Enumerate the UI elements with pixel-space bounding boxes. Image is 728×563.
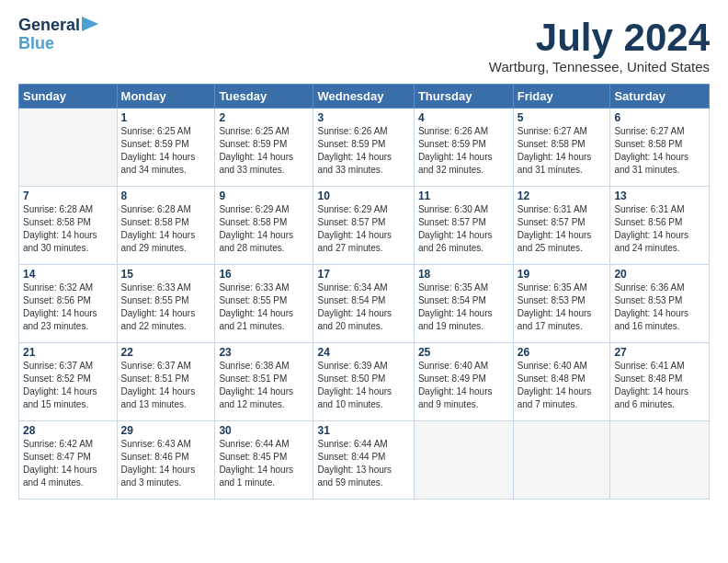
calendar-cell: 31Sunrise: 6:44 AM Sunset: 8:44 PM Dayli… xyxy=(313,421,414,500)
title-block: July 2024 Wartburg, Tennessee, United St… xyxy=(489,17,710,75)
day-info: Sunrise: 6:37 AM Sunset: 8:52 PM Dayligh… xyxy=(23,360,113,411)
day-info: Sunrise: 6:33 AM Sunset: 8:55 PM Dayligh… xyxy=(219,282,309,333)
day-number: 4 xyxy=(418,111,509,124)
day-number: 9 xyxy=(219,190,309,202)
week-row-3: 14Sunrise: 6:32 AM Sunset: 8:56 PM Dayli… xyxy=(19,265,710,343)
calendar-cell: 1Sunrise: 6:25 AM Sunset: 8:59 PM Daylig… xyxy=(117,109,215,187)
calendar-cell: 27Sunrise: 6:41 AM Sunset: 8:48 PM Dayli… xyxy=(610,343,710,421)
day-number: 6 xyxy=(614,111,705,124)
col-header-friday: Friday xyxy=(513,85,610,109)
day-info: Sunrise: 6:39 AM Sunset: 8:50 PM Dayligh… xyxy=(317,360,409,411)
calendar-cell: 7Sunrise: 6:28 AM Sunset: 8:58 PM Daylig… xyxy=(19,187,118,265)
col-header-tuesday: Tuesday xyxy=(215,85,313,109)
calendar-header-row: SundayMondayTuesdayWednesdayThursdayFrid… xyxy=(19,85,710,109)
day-number: 17 xyxy=(317,268,409,281)
col-header-sunday: Sunday xyxy=(19,85,118,109)
col-header-monday: Monday xyxy=(117,85,215,109)
day-info: Sunrise: 6:31 AM Sunset: 8:56 PM Dayligh… xyxy=(614,203,705,255)
day-info: Sunrise: 6:42 AM Sunset: 8:47 PM Dayligh… xyxy=(23,438,113,489)
calendar-cell: 20Sunrise: 6:36 AM Sunset: 8:53 PM Dayli… xyxy=(610,265,710,343)
calendar-cell: 3Sunrise: 6:26 AM Sunset: 8:59 PM Daylig… xyxy=(313,109,414,187)
calendar-cell: 12Sunrise: 6:31 AM Sunset: 8:57 PM Dayli… xyxy=(513,187,610,265)
day-info: Sunrise: 6:30 AM Sunset: 8:57 PM Dayligh… xyxy=(418,203,509,255)
day-number: 29 xyxy=(121,424,211,437)
calendar-cell: 21Sunrise: 6:37 AM Sunset: 8:52 PM Dayli… xyxy=(19,343,118,421)
location: Wartburg, Tennessee, United States xyxy=(489,59,710,75)
calendar-cell: 10Sunrise: 6:29 AM Sunset: 8:57 PM Dayli… xyxy=(313,187,414,265)
day-number: 11 xyxy=(418,190,509,202)
day-info: Sunrise: 6:25 AM Sunset: 8:59 PM Dayligh… xyxy=(121,125,211,177)
calendar-table: SundayMondayTuesdayWednesdayThursdayFrid… xyxy=(18,84,710,500)
day-number: 8 xyxy=(121,190,211,202)
day-number: 10 xyxy=(317,190,409,202)
calendar-cell: 22Sunrise: 6:37 AM Sunset: 8:51 PM Dayli… xyxy=(117,343,215,421)
calendar-cell: 11Sunrise: 6:30 AM Sunset: 8:57 PM Dayli… xyxy=(414,187,513,265)
day-number: 19 xyxy=(518,268,607,281)
calendar-cell: 30Sunrise: 6:44 AM Sunset: 8:45 PM Dayli… xyxy=(215,421,313,500)
calendar-cell: 26Sunrise: 6:40 AM Sunset: 8:48 PM Dayli… xyxy=(513,343,610,421)
day-info: Sunrise: 6:25 AM Sunset: 8:59 PM Dayligh… xyxy=(219,125,309,177)
day-number: 25 xyxy=(418,346,509,359)
col-header-thursday: Thursday xyxy=(414,85,513,109)
day-number: 13 xyxy=(614,190,705,202)
day-number: 16 xyxy=(219,268,309,281)
week-row-2: 7Sunrise: 6:28 AM Sunset: 8:58 PM Daylig… xyxy=(19,187,710,265)
logo-text: General xyxy=(18,17,80,35)
week-row-5: 28Sunrise: 6:42 AM Sunset: 8:47 PM Dayli… xyxy=(19,421,710,500)
day-number: 27 xyxy=(614,346,705,359)
calendar-cell xyxy=(414,421,513,500)
day-number: 24 xyxy=(317,346,409,359)
calendar-cell: 15Sunrise: 6:33 AM Sunset: 8:55 PM Dayli… xyxy=(117,265,215,343)
calendar-cell: 13Sunrise: 6:31 AM Sunset: 8:56 PM Dayli… xyxy=(610,187,710,265)
week-row-1: 1Sunrise: 6:25 AM Sunset: 8:59 PM Daylig… xyxy=(19,109,710,187)
calendar-cell: 18Sunrise: 6:35 AM Sunset: 8:54 PM Dayli… xyxy=(414,265,513,343)
day-info: Sunrise: 6:38 AM Sunset: 8:51 PM Dayligh… xyxy=(219,360,309,411)
logo: General Blue xyxy=(18,17,98,53)
day-number: 21 xyxy=(23,346,113,359)
day-number: 23 xyxy=(219,346,309,359)
day-info: Sunrise: 6:27 AM Sunset: 8:58 PM Dayligh… xyxy=(614,125,705,177)
day-info: Sunrise: 6:44 AM Sunset: 8:45 PM Dayligh… xyxy=(219,438,309,489)
svg-marker-0 xyxy=(82,17,98,31)
day-info: Sunrise: 6:34 AM Sunset: 8:54 PM Dayligh… xyxy=(317,282,409,333)
calendar-cell: 8Sunrise: 6:28 AM Sunset: 8:58 PM Daylig… xyxy=(117,187,215,265)
day-info: Sunrise: 6:32 AM Sunset: 8:56 PM Dayligh… xyxy=(23,282,113,333)
header: General Blue July 2024 Wartburg, Tenness… xyxy=(18,17,710,75)
day-info: Sunrise: 6:33 AM Sunset: 8:55 PM Dayligh… xyxy=(121,282,211,333)
calendar-cell xyxy=(610,421,710,500)
month-title: July 2024 xyxy=(489,17,710,59)
day-number: 18 xyxy=(418,268,509,281)
day-info: Sunrise: 6:36 AM Sunset: 8:53 PM Dayligh… xyxy=(614,282,705,333)
day-info: Sunrise: 6:29 AM Sunset: 8:58 PM Dayligh… xyxy=(219,203,309,255)
day-number: 2 xyxy=(219,111,309,124)
calendar-cell xyxy=(513,421,610,500)
day-number: 1 xyxy=(121,111,211,124)
day-info: Sunrise: 6:31 AM Sunset: 8:57 PM Dayligh… xyxy=(518,203,607,255)
calendar-cell: 17Sunrise: 6:34 AM Sunset: 8:54 PM Dayli… xyxy=(313,265,414,343)
calendar-cell: 29Sunrise: 6:43 AM Sunset: 8:46 PM Dayli… xyxy=(117,421,215,500)
logo-blue-text: Blue xyxy=(18,35,54,53)
day-info: Sunrise: 6:35 AM Sunset: 8:53 PM Dayligh… xyxy=(518,282,607,333)
calendar-cell: 24Sunrise: 6:39 AM Sunset: 8:50 PM Dayli… xyxy=(313,343,414,421)
day-info: Sunrise: 6:28 AM Sunset: 8:58 PM Dayligh… xyxy=(23,203,113,255)
calendar-cell: 6Sunrise: 6:27 AM Sunset: 8:58 PM Daylig… xyxy=(610,109,710,187)
day-info: Sunrise: 6:35 AM Sunset: 8:54 PM Dayligh… xyxy=(418,282,509,333)
calendar-cell: 23Sunrise: 6:38 AM Sunset: 8:51 PM Dayli… xyxy=(215,343,313,421)
day-number: 7 xyxy=(23,190,113,202)
calendar-cell: 19Sunrise: 6:35 AM Sunset: 8:53 PM Dayli… xyxy=(513,265,610,343)
page: General Blue July 2024 Wartburg, Tenness… xyxy=(0,0,728,509)
day-info: Sunrise: 6:44 AM Sunset: 8:44 PM Dayligh… xyxy=(317,438,409,489)
calendar-cell: 9Sunrise: 6:29 AM Sunset: 8:58 PM Daylig… xyxy=(215,187,313,265)
day-number: 30 xyxy=(219,424,309,437)
calendar-cell: 2Sunrise: 6:25 AM Sunset: 8:59 PM Daylig… xyxy=(215,109,313,187)
calendar-cell: 5Sunrise: 6:27 AM Sunset: 8:58 PM Daylig… xyxy=(513,109,610,187)
day-number: 14 xyxy=(23,268,113,281)
calendar-body: 1Sunrise: 6:25 AM Sunset: 8:59 PM Daylig… xyxy=(19,109,710,500)
day-number: 31 xyxy=(317,424,409,437)
day-info: Sunrise: 6:27 AM Sunset: 8:58 PM Dayligh… xyxy=(518,125,607,177)
day-number: 15 xyxy=(121,268,211,281)
calendar-cell: 16Sunrise: 6:33 AM Sunset: 8:55 PM Dayli… xyxy=(215,265,313,343)
day-info: Sunrise: 6:26 AM Sunset: 8:59 PM Dayligh… xyxy=(418,125,509,177)
week-row-4: 21Sunrise: 6:37 AM Sunset: 8:52 PM Dayli… xyxy=(19,343,710,421)
day-number: 5 xyxy=(518,111,607,124)
